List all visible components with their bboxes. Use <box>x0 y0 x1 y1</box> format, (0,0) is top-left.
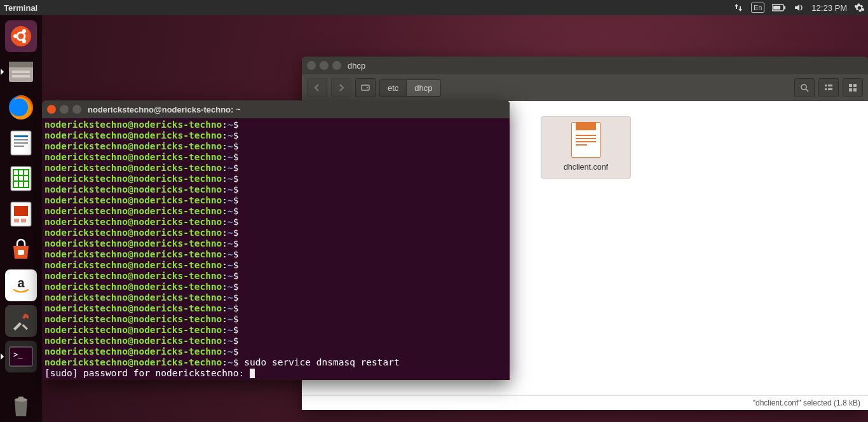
terminal-body[interactable]: noderickstechno@nodericks-techno:~$ node… <box>42 118 510 380</box>
svg-rect-26 <box>14 219 19 222</box>
volume-icon <box>794 3 804 13</box>
svg-rect-44 <box>853 84 857 87</box>
battery-icon <box>772 4 786 11</box>
top-panel: Terminal En 12:23 PM <box>0 0 868 15</box>
launcher-amazon[interactable]: a <box>5 269 37 301</box>
battery-indicator[interactable] <box>768 0 790 15</box>
path-root-button[interactable] <box>355 78 376 97</box>
disk-icon <box>361 83 370 92</box>
list-view-button[interactable] <box>818 78 839 97</box>
svg-rect-34 <box>18 397 24 399</box>
svg-rect-41 <box>825 88 827 90</box>
sound-indicator[interactable] <box>790 0 808 15</box>
svg-point-36 <box>367 87 368 88</box>
status-text: "dhclient.conf" selected (1.8 kB) <box>753 398 860 407</box>
maximize-icon[interactable] <box>72 105 81 114</box>
svg-text:a: a <box>17 276 25 290</box>
svg-rect-15 <box>14 139 28 140</box>
minimize-icon[interactable] <box>320 61 329 70</box>
launcher-writer[interactable] <box>5 127 37 159</box>
impress-icon <box>8 200 34 228</box>
file-manager-status: "dhclient.conf" selected (1.8 kB) <box>302 395 868 410</box>
file-label: dhclient.conf <box>564 163 608 173</box>
terminal-title: noderickstechno@nodericks-techno: ~ <box>88 104 241 115</box>
file-item-dhclient-conf[interactable]: dhclient.conf <box>541 116 631 179</box>
back-button <box>307 78 327 97</box>
breadcrumb-etc[interactable]: etc <box>379 79 407 97</box>
conf-file-icon <box>571 122 600 158</box>
launcher: a >_ <box>0 15 42 422</box>
terminal-icon: >_ <box>8 346 34 367</box>
launcher-impress[interactable] <box>5 198 37 230</box>
svg-rect-1 <box>784 6 785 10</box>
network-updown-icon <box>733 3 743 13</box>
wrench-screwdriver-icon <box>10 310 32 332</box>
svg-rect-17 <box>14 146 24 147</box>
svg-rect-39 <box>825 85 827 86</box>
svg-rect-25 <box>14 206 28 216</box>
network-indicator[interactable] <box>729 0 747 15</box>
chevron-right-icon <box>337 84 345 92</box>
calc-icon <box>8 165 34 193</box>
svg-rect-16 <box>14 142 28 144</box>
launcher-firefox[interactable] <box>5 92 37 123</box>
active-window-title: Terminal <box>4 3 37 13</box>
launcher-software[interactable] <box>5 234 37 266</box>
svg-rect-40 <box>828 85 832 86</box>
list-view-icon <box>824 83 833 92</box>
svg-point-7 <box>22 39 26 43</box>
svg-text:>_: >_ <box>13 350 23 359</box>
maximize-icon[interactable] <box>332 61 341 70</box>
firefox-icon <box>7 93 35 121</box>
launcher-calc[interactable] <box>5 163 37 194</box>
amazon-icon: a <box>10 275 32 296</box>
minimize-icon[interactable] <box>60 105 69 114</box>
svg-rect-42 <box>828 88 832 90</box>
keyboard-lang: En <box>751 3 764 13</box>
svg-rect-30 <box>22 324 28 330</box>
svg-rect-27 <box>21 219 26 222</box>
launcher-terminal[interactable]: >_ <box>5 341 37 372</box>
svg-rect-45 <box>849 88 852 92</box>
svg-point-6 <box>22 29 26 33</box>
file-manager-toolbar: etc dhcp <box>302 74 868 101</box>
clock[interactable]: 12:23 PM <box>808 0 851 15</box>
forward-button <box>331 78 351 97</box>
keyboard-indicator[interactable]: En <box>747 0 768 15</box>
close-icon[interactable] <box>307 61 316 70</box>
terminal-titlebar[interactable]: noderickstechno@nodericks-techno: ~ <box>42 100 510 118</box>
svg-rect-43 <box>849 84 852 87</box>
session-indicator[interactable] <box>851 0 868 15</box>
terminal-window: noderickstechno@nodericks-techno: ~ node… <box>42 100 510 380</box>
gear-icon <box>855 3 864 13</box>
svg-rect-14 <box>14 135 28 137</box>
svg-point-5 <box>13 34 17 38</box>
svg-rect-2 <box>773 6 780 10</box>
writer-icon <box>8 129 34 157</box>
svg-line-38 <box>806 89 808 92</box>
chevron-left-icon <box>313 84 321 92</box>
breadcrumb-dhcp[interactable]: dhcp <box>407 79 440 97</box>
svg-rect-28 <box>18 250 24 255</box>
grid-view-icon <box>848 83 857 92</box>
close-icon[interactable] <box>47 105 56 114</box>
file-manager-titlebar[interactable]: dhcp <box>302 57 868 74</box>
breadcrumb: etc dhcp <box>379 79 441 97</box>
launcher-dash[interactable] <box>5 20 37 52</box>
launcher-files[interactable] <box>5 56 37 88</box>
window-title: dhcp <box>348 61 365 71</box>
search-icon <box>800 83 809 92</box>
svg-rect-11 <box>12 75 30 78</box>
trash-icon <box>8 392 34 420</box>
launcher-settings[interactable] <box>5 305 37 337</box>
grid-view-button[interactable] <box>843 78 863 97</box>
shopping-bag-icon <box>8 237 34 262</box>
svg-rect-46 <box>853 88 857 92</box>
svg-rect-9 <box>9 62 33 67</box>
launcher-trash[interactable] <box>5 390 37 422</box>
svg-rect-35 <box>362 85 369 90</box>
svg-rect-10 <box>12 71 30 73</box>
file-manager-icon <box>7 58 35 86</box>
search-button[interactable] <box>794 78 815 97</box>
svg-point-37 <box>801 85 806 90</box>
